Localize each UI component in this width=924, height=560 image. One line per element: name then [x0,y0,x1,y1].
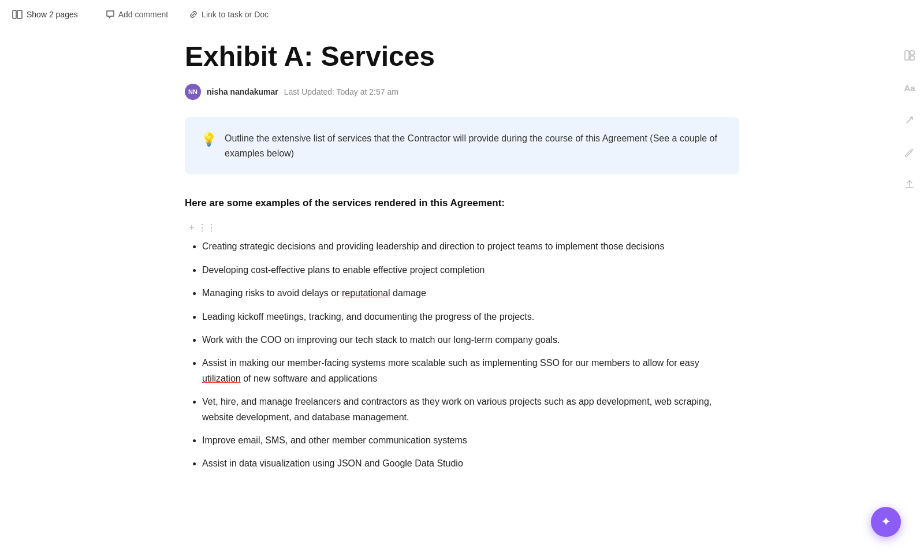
drag-block-button[interactable]: ⋮⋮ [200,221,214,234]
svg-rect-3 [910,51,914,55]
share-icon[interactable] [900,111,919,129]
underline-utilization: utilization [202,374,241,383]
author-row: NN nisha nandakumar Last Updated: Today … [185,84,739,100]
svg-rect-2 [905,51,909,60]
services-list: Creating strategic decisions and providi… [185,239,739,471]
callout-text: Outline the extensive list of services t… [225,131,723,160]
right-sidebar: Aa [895,35,924,194]
callout-icon: 💡 [201,132,217,147]
toolbar-actions: Add comment Link to task or Doc [101,8,273,21]
author-name: nisha nandakumar [207,87,278,96]
link-button[interactable]: Link to task or Doc [184,8,273,21]
magic-edit-icon[interactable] [900,143,919,162]
underline-reputational: reputational [342,288,390,298]
list-item: Improve email, SMS, and other member com… [202,433,739,448]
export-icon[interactable] [900,176,919,194]
fab-icon: ✦ [881,514,891,529]
list-item: Managing risks to avoid delays or reputa… [202,286,739,301]
toolbar: Show 2 pages Add comment Link to task or… [0,0,924,29]
show-pages-label: Show 2 pages [27,10,78,19]
last-updated: Last Updated: Today at 2:57 am [284,87,398,96]
svg-rect-1 [17,10,22,18]
main-content: Exhibit A: Services NN nisha nandakumar … [116,29,808,495]
font-size-icon[interactable]: Aa [900,79,919,97]
add-comment-button[interactable]: Add comment [101,8,173,21]
list-item: Assist in making our member-facing syste… [202,356,739,386]
list-item: Vet, hire, and manage freelancers and co… [202,394,739,425]
list-item: Work with the COO on improving our tech … [202,333,739,348]
list-item: Developing cost-effective plans to enabl… [202,263,739,278]
svg-rect-0 [13,10,16,18]
avatar: NN [185,84,201,100]
document-title: Exhibit A: Services [185,40,739,72]
add-comment-label: Add comment [118,10,168,19]
section-heading: Here are some examples of the services r… [185,197,739,209]
layout-icon[interactable] [900,46,919,65]
list-item: Leading kickoff meetings, tracking, and … [202,309,739,324]
list-item: Assist in data visualization using JSON … [202,456,739,471]
pages-icon [12,10,23,19]
callout-box: 💡 Outline the extensive list of services… [185,117,739,174]
ai-fab-button[interactable]: ✦ [871,507,901,537]
font-aa-label: Aa [904,83,915,93]
list-item: Creating strategic decisions and providi… [202,239,739,254]
link-label: Link to task or Doc [202,10,269,19]
svg-rect-4 [910,56,914,60]
add-block-button[interactable]: + [185,221,199,234]
show-pages-button[interactable]: Show 2 pages [12,10,78,19]
